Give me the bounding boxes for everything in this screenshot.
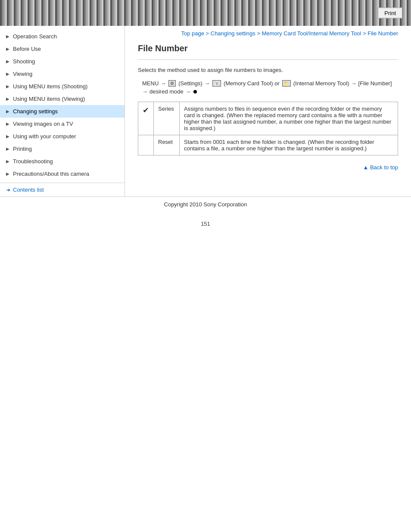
sidebar-arrow-0: ▶ — [6, 34, 10, 39]
main-layout: ▶Operation Search▶Before Use▶Shooting▶Vi… — [0, 26, 411, 196]
settings-icon: ⚙ — [168, 80, 176, 87]
arrow-1: → — [160, 80, 166, 87]
sidebar-arrow-5: ▶ — [6, 96, 10, 101]
sidebar-label-1: Before Use — [13, 46, 41, 52]
check-cell-1 — [138, 135, 154, 156]
breadcrumb-item-1[interactable]: Changing settings — [211, 30, 255, 37]
sidebar-label-3: Viewing — [13, 71, 32, 77]
table-row-1: Reset Starts from 0001 each time the fol… — [138, 135, 398, 156]
breadcrumb: Top page > Changing settings > Memory Ca… — [138, 30, 398, 37]
sidebar-item-11[interactable]: ▶Precautions/About this camera — [0, 168, 125, 180]
sidebar-arrow-8: ▶ — [6, 134, 10, 139]
sidebar-item-4[interactable]: ▶Using MENU items (Shooting) — [0, 80, 125, 93]
sidebar-arrow-1: ▶ — [6, 47, 10, 51]
sidebar-label-7: Viewing images on a TV — [13, 121, 73, 127]
internal-memory-tool-icon: 📁 — [282, 80, 291, 87]
sidebar-label-8: Using with your computer — [13, 133, 76, 140]
header-bar: Print — [0, 0, 411, 26]
arrow-2: → — [204, 80, 210, 87]
copyright-text: Copyright 2010 Sony Corporation — [164, 201, 247, 208]
desc-cell-0: Assigns numbers to files in sequence eve… — [180, 102, 398, 135]
sidebar-item-6[interactable]: ▶Changing settings — [0, 105, 125, 118]
sidebar-label-9: Printing — [13, 146, 32, 152]
arrow-3: → — [351, 80, 357, 87]
memory-card-tool-icon: 🃏 — [212, 80, 221, 87]
sidebar-label-10: Troubleshooting — [13, 158, 53, 165]
desired-mode-label: desired mode — [149, 88, 184, 95]
page-number: 151 — [0, 221, 411, 227]
desc-cell-1: Starts from 0001 each time the folder is… — [180, 135, 398, 156]
description: Selects the method used to assign file n… — [138, 67, 398, 73]
sidebar-arrow-6: ▶ — [6, 109, 10, 114]
arrow-right-icon: ➜ — [6, 187, 10, 193]
sidebar-item-9[interactable]: ▶Printing — [0, 143, 125, 155]
sidebar-arrow-7: ▶ — [6, 121, 10, 126]
sidebar-arrow-2: ▶ — [6, 59, 10, 64]
sidebar-arrow-3: ▶ — [6, 72, 10, 76]
contents-list-link[interactable]: ➜ Contents list — [0, 183, 125, 196]
breadcrumb-item-3[interactable]: File Number — [367, 30, 398, 37]
sidebar-arrow-9: ▶ — [6, 146, 10, 151]
sidebar-label-5: Using MENU items (Viewing) — [13, 96, 85, 102]
sidebar-arrow-10: ▶ — [6, 159, 10, 164]
menu-path: MENU → ⚙ (Settings) → 🃏 (Memory Card Too… — [138, 80, 398, 95]
page-title-section: File Number — [138, 44, 398, 60]
menu-text: MENU — [142, 80, 159, 87]
breadcrumb-separator-2: > — [361, 30, 367, 37]
sidebar-item-8[interactable]: ▶Using with your computer — [0, 130, 125, 143]
arrow-5: → — [185, 88, 191, 95]
label-cell-0: Series — [154, 102, 180, 135]
label-cell-1: Reset — [154, 135, 180, 156]
memory-card-tool-label: (Memory Card Tool) or — [224, 80, 280, 87]
sidebar-arrow-4: ▶ — [6, 84, 10, 89]
internal-memory-tool-label: (Internal Memory Tool) — [293, 80, 349, 87]
contents-list-label: Contents list — [13, 187, 44, 193]
file-number-table: ✔ Series Assigns numbers to files in seq… — [138, 102, 398, 156]
sidebar-label-6: Changing settings — [13, 108, 58, 115]
footer: Copyright 2010 Sony Corporation — [0, 196, 411, 212]
breadcrumb-item-0[interactable]: Top page — [181, 30, 204, 37]
sidebar-item-10[interactable]: ▶Troubleshooting — [0, 155, 125, 168]
print-button[interactable]: Print — [378, 8, 402, 19]
breadcrumb-item-2[interactable]: Memory Card Tool/Internal Memory Tool — [262, 30, 361, 37]
sidebar-item-0[interactable]: ▶Operation Search — [0, 30, 125, 43]
sidebar: ▶Operation Search▶Before Use▶Shooting▶Vi… — [0, 26, 125, 196]
sidebar-item-7[interactable]: ▶Viewing images on a TV — [0, 118, 125, 130]
check-cell-0: ✔ — [138, 102, 154, 135]
sidebar-item-3[interactable]: ▶Viewing — [0, 68, 125, 80]
sidebar-item-1[interactable]: ▶Before Use — [0, 43, 125, 55]
checkmark-icon: ✔ — [143, 106, 149, 115]
table-row-0: ✔ Series Assigns numbers to files in seq… — [138, 102, 398, 135]
sidebar-item-5[interactable]: ▶Using MENU items (Viewing) — [0, 93, 125, 105]
sidebar-label-0: Operation Search — [13, 33, 57, 40]
back-to-top-link[interactable]: Back to top — [138, 164, 398, 171]
settings-label: (Settings) — [178, 80, 202, 87]
content-area: Top page > Changing settings > Memory Ca… — [125, 26, 411, 196]
sidebar-item-2[interactable]: ▶Shooting — [0, 55, 125, 68]
breadcrumb-separator-1: > — [255, 30, 262, 37]
sidebar-label-11: Precautions/About this camera — [13, 171, 89, 177]
sidebar-arrow-11: ▶ — [6, 171, 10, 176]
bullet-icon — [193, 90, 197, 93]
arrow-4: → — [142, 88, 148, 95]
breadcrumb-separator-0: > — [204, 30, 211, 37]
sidebar-label-4: Using MENU items (Shooting) — [13, 83, 87, 90]
sidebar-label-2: Shooting — [13, 58, 35, 65]
file-number-label: [File Number] — [358, 80, 392, 87]
page-title: File Number — [138, 44, 398, 53]
